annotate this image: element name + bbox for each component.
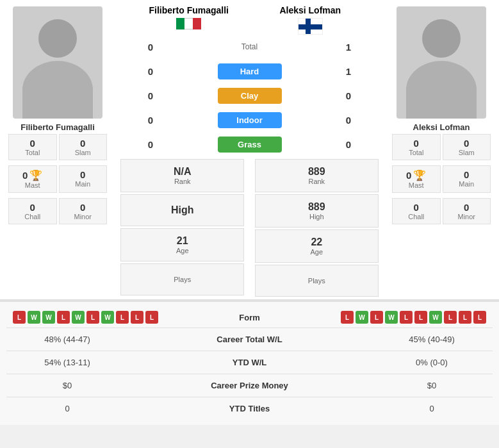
right-rank-box: 889 Rank — [255, 159, 379, 192]
right-age-value: 22 — [311, 236, 322, 248]
career-prize-label: Career Prize Money — [199, 381, 301, 390]
left-age-label: Age — [176, 247, 189, 254]
right-chall-stat: 0 Chall — [392, 198, 441, 224]
finland-flag — [298, 18, 323, 35]
left-chall-label: Chall — [12, 213, 53, 220]
ytd-wl-row: 54% (13-11) YTD W/L 0% (0-0) — [6, 351, 493, 374]
left-chall-stat: 0 Chall — [8, 198, 57, 224]
right-career-wl: 45% (40-49) — [380, 335, 483, 344]
career-wl-row: 48% (44-47) Career Total W/L 45% (40-49) — [6, 328, 493, 351]
right-main-value: 0 — [446, 169, 487, 180]
flag-white — [184, 18, 193, 29]
left-stats-mid: 0 🏆 Mast 0 Main — [6, 163, 109, 195]
left-total-value: 0 — [12, 138, 53, 149]
left-clay-score: 0 — [141, 90, 160, 101]
career-prize-row: $0 Career Prize Money $0 — [6, 374, 493, 397]
right-player-name: Aleksi Lofman — [413, 122, 470, 132]
right-hard-score: 1 — [339, 66, 358, 77]
left-high-value: High — [171, 204, 194, 216]
right-mast-value: 0 — [406, 170, 411, 181]
form-label: Form — [199, 313, 301, 322]
left-player-area: Filiberto Fumagalli 0 Total 0 Slam 0 🏆 — [0, 0, 115, 299]
left-player-name: Filiberto Fumagalli — [20, 122, 95, 132]
form-badge-l: L — [13, 311, 26, 324]
center-area: Filiberto Fumagalli Aleksi Lofman — [115, 0, 384, 299]
left-mast-stat: 0 🏆 Mast — [8, 165, 57, 193]
form-badge-l: L — [131, 311, 143, 324]
right-minor-value: 0 — [446, 202, 487, 213]
right-player-area: Aleksi Lofman 0 Total 0 Slam 0 🏆 — [384, 0, 499, 299]
left-indoor-score: 0 — [141, 115, 160, 126]
left-minor-stat: 0 Minor — [59, 198, 108, 224]
form-badge-l: L — [473, 311, 486, 324]
left-chall-value: 0 — [12, 202, 53, 213]
center-info-boxes: N/A Rank High 21 Age Plays — [115, 156, 384, 299]
form-badge-l: L — [444, 311, 457, 324]
avatar-body-right — [406, 61, 477, 119]
right-player-avatar — [397, 6, 486, 119]
form-badge-l: L — [116, 311, 129, 324]
right-minor-stat: 0 Minor — [443, 198, 491, 224]
form-row: LWWLWLWLLL Form LWLWLLWLLL — [6, 307, 493, 328]
form-badge-w: W — [42, 311, 55, 324]
left-center-boxes: N/A Rank High 21 Age Plays — [120, 159, 244, 297]
form-badge-l: L — [341, 311, 354, 324]
right-high-label: High — [309, 213, 324, 220]
form-badge-l: L — [145, 311, 158, 324]
right-age-label: Age — [310, 248, 323, 256]
right-clay-score: 0 — [339, 90, 358, 101]
left-main-stat: 0 Main — [59, 165, 108, 193]
left-total-label: Total — [12, 149, 53, 156]
right-chall-label: Chall — [396, 213, 437, 220]
form-badge-l: L — [459, 311, 471, 324]
right-slam-label: Slam — [446, 149, 487, 156]
left-stats-top: 0 Total 0 Slam — [6, 132, 109, 162]
left-total-stat: 0 Total — [8, 134, 57, 160]
left-main-label: Main — [63, 180, 104, 188]
left-high-box: High — [120, 194, 244, 226]
clay-row: 0 Clay 0 — [115, 83, 384, 108]
left-career-wl: 48% (44-47) — [16, 335, 119, 344]
left-player-avatar — [13, 6, 102, 119]
left-age-box: 21 Age — [120, 228, 244, 261]
avatar-head-right — [422, 19, 461, 58]
right-ytd-wl: 0% (0-0) — [380, 358, 483, 367]
left-mast-label: Mast — [12, 181, 53, 189]
form-badge-l: L — [370, 311, 383, 324]
right-total-score: 1 — [339, 42, 358, 53]
indoor-row: 0 Indoor 0 — [115, 108, 384, 132]
left-age-value: 21 — [177, 235, 188, 247]
career-wl-label: Career Total W/L — [199, 335, 301, 344]
left-form-badges: LWWLWLWLLL — [13, 311, 158, 324]
left-player-header: Filiberto Fumagalli — [128, 5, 250, 29]
right-age-box: 22 Age — [255, 229, 379, 263]
left-slam-label: Slam — [63, 149, 104, 156]
left-career-prize: $0 — [16, 381, 119, 390]
form-badge-w: W — [385, 311, 398, 324]
grass-badge: Grass — [218, 137, 282, 153]
right-high-box: 889 High — [255, 194, 379, 228]
form-badge-w: W — [356, 311, 368, 324]
form-badge-l: L — [400, 311, 413, 324]
form-badge-l: L — [57, 311, 70, 324]
form-badge-w: W — [101, 311, 114, 324]
right-main-label: Main — [446, 180, 487, 188]
form-section: LWWLWLWLLL Form LWLWLLWLLL 48% (44-47) C… — [0, 301, 499, 425]
right-indoor-score: 0 — [339, 115, 358, 126]
left-total-score: 0 — [141, 42, 160, 53]
right-plays-box: Plays — [255, 265, 379, 297]
form-badge-w: W — [72, 311, 85, 324]
grass-row: 0 Grass 0 — [115, 132, 384, 156]
left-main-value: 0 — [63, 169, 104, 180]
right-rank-label: Rank — [308, 178, 325, 185]
right-ytd-titles: 0 — [380, 404, 483, 413]
right-center-boxes: 889 Rank 889 High 22 Age Plays — [255, 159, 379, 297]
left-plays-box: Plays — [120, 263, 244, 295]
left-rank-value: N/A — [174, 166, 192, 178]
right-slam-value: 0 — [446, 138, 487, 149]
left-rank-label: Rank — [174, 178, 191, 185]
flag-vbar — [306, 19, 311, 34]
right-flag — [250, 18, 372, 35]
top-area: Filiberto Fumagalli 0 Total 0 Slam 0 🏆 — [0, 0, 499, 301]
indoor-badge: Indoor — [218, 112, 282, 128]
